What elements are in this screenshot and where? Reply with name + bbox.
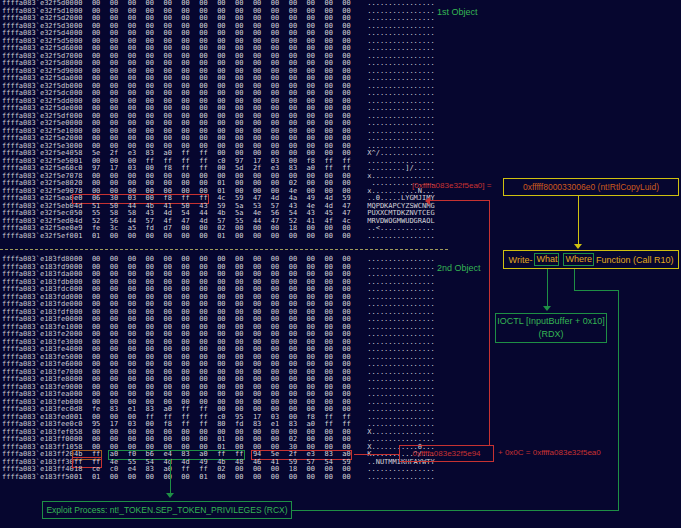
offset-address-text: 0xffffa083e32f5e94 (412, 449, 480, 458)
exploit-process-text: Exploit Process: nt!_TOKEN.SEP_TOKEN_PRI… (46, 505, 287, 515)
yellow-arrowhead-down (574, 244, 582, 249)
hex-dump-first-object: ffffa083`e32f5d0000000000000000000000000… (2, 0, 435, 240)
www-suffix-text: Function (Call R10) (596, 255, 674, 265)
green-arrowhead-ioctl (543, 306, 551, 311)
ioctl-box: IOCTL [InputBuffer + 0x10] (RDX) (495, 313, 607, 343)
hex-dump-second-object: ffffa083`e183fd8000000000000000000000000… (2, 256, 435, 481)
www-where-text: Where (563, 253, 594, 266)
hex-row: ffffa083`e32f5ef001010000000000000100000… (2, 233, 435, 241)
www-prefix-text: Write- (509, 255, 533, 265)
offset-equation-text: + 0x0C = 0xffffa083e32f5ea0 (498, 448, 601, 457)
red-connector-vertical (489, 200, 490, 446)
www-what-text: What (534, 253, 559, 266)
kernel-memory-dump-view: ffffa083`e32f5d0000000000000000000000000… (0, 0, 681, 528)
second-object-label: 2nd Object (437, 263, 481, 273)
block-separator (0, 249, 448, 250)
green-where-connector-h (574, 290, 619, 291)
exploit-process-box: Exploit Process: nt!_TOKEN.SEP_TOKEN_PRI… (42, 501, 292, 519)
hex-row: ffffa083`e183ff5001010000000000010000000… (2, 474, 435, 482)
copyluid-value-text: 0xfffff800033006e0 (nt!RtlCopyLuid) (523, 182, 659, 192)
copyluid-value-box: 0xfffff800033006e0 (nt!RtlCopyLuid) (503, 178, 679, 196)
write-what-where-box: Write-WhatWhereFunction (Call R10) (503, 250, 679, 269)
red-arrowhead-left (425, 197, 430, 205)
copyluid-equation-label: [0xffffa083e32f5ea0] = (412, 181, 491, 190)
green-bottom-connector (292, 510, 619, 511)
green-right-edge-connector (618, 290, 619, 511)
green-arrowhead-exploit (166, 493, 174, 498)
ioctl-line2: (RDX) (539, 328, 564, 341)
green-what-connector (547, 269, 548, 306)
yellow-connector-vertical (578, 196, 579, 244)
offset-address-box: 0xffffa083e32f5e94 (399, 445, 494, 462)
first-object-label: 1st Object (437, 7, 478, 17)
red-connector-bottom (354, 454, 400, 455)
green-bytes-connector (170, 459, 171, 494)
red-connector-top (430, 200, 490, 201)
ioctl-line1: IOCTL [InputBuffer + 0x10] (497, 315, 604, 328)
green-where-connector-v (574, 269, 575, 291)
